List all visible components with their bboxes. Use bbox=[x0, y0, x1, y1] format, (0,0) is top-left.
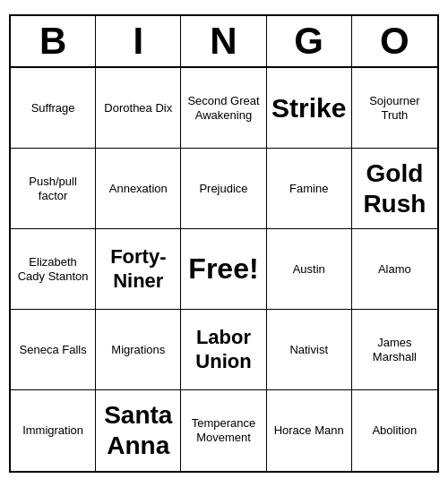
bingo-cell-13[interactable]: Austin bbox=[267, 229, 352, 310]
bingo-cell-8[interactable]: Famine bbox=[267, 149, 352, 229]
bingo-grid: SuffrageDorothea DixSecond Great Awakeni… bbox=[11, 68, 437, 471]
bingo-cell-23[interactable]: Horace Mann bbox=[267, 390, 352, 471]
bingo-cell-9[interactable]: Gold Rush bbox=[352, 149, 437, 229]
bingo-cell-19[interactable]: James Marshall bbox=[352, 310, 437, 390]
bingo-cell-22[interactable]: Temperance Movement bbox=[181, 390, 266, 471]
bingo-letter-g: G bbox=[267, 16, 352, 66]
bingo-cell-3[interactable]: Strike bbox=[267, 68, 352, 149]
bingo-cell-2[interactable]: Second Great Awakening bbox=[181, 68, 266, 149]
bingo-cell-14[interactable]: Alamo bbox=[352, 229, 437, 310]
bingo-cell-20[interactable]: Immigration bbox=[11, 390, 96, 471]
bingo-cell-4[interactable]: Sojourner Truth bbox=[352, 68, 437, 149]
bingo-cell-12[interactable]: Free! bbox=[181, 229, 266, 310]
bingo-cell-16[interactable]: Migrations bbox=[96, 310, 181, 390]
bingo-cell-11[interactable]: Forty-Niner bbox=[96, 229, 181, 310]
bingo-header: BINGO bbox=[11, 16, 437, 68]
bingo-cell-15[interactable]: Seneca Falls bbox=[11, 310, 96, 390]
bingo-cell-24[interactable]: Abolition bbox=[352, 390, 437, 471]
bingo-cell-18[interactable]: Nativist bbox=[267, 310, 352, 390]
bingo-cell-17[interactable]: Labor Union bbox=[181, 310, 266, 390]
bingo-card: BINGO SuffrageDorothea DixSecond Great A… bbox=[9, 14, 439, 473]
bingo-cell-10[interactable]: Elizabeth Cady Stanton bbox=[11, 229, 96, 310]
bingo-letter-n: N bbox=[181, 16, 266, 66]
bingo-cell-0[interactable]: Suffrage bbox=[11, 68, 96, 149]
bingo-cell-7[interactable]: Prejudice bbox=[181, 149, 266, 229]
bingo-cell-1[interactable]: Dorothea Dix bbox=[96, 68, 181, 149]
bingo-letter-b: B bbox=[11, 16, 96, 66]
bingo-letter-i: I bbox=[96, 16, 181, 66]
bingo-cell-21[interactable]: Santa Anna bbox=[96, 390, 181, 471]
bingo-cell-6[interactable]: Annexation bbox=[96, 149, 181, 229]
bingo-letter-o: O bbox=[352, 16, 437, 66]
bingo-cell-5[interactable]: Push/pull factor bbox=[11, 149, 96, 229]
